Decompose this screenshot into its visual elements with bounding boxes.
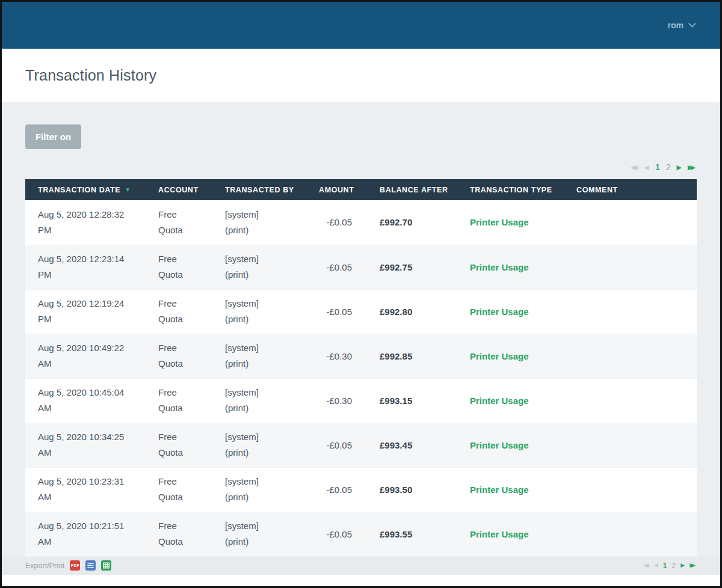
cell-transacted-by: [system] (print) xyxy=(225,245,319,289)
cell-amount: -£0.05 xyxy=(319,423,380,467)
cell-amount: -£0.05 xyxy=(319,512,380,556)
cell-balance-after: £992.80 xyxy=(380,289,470,334)
cell-account: Free Quota xyxy=(158,467,225,512)
cell-account: Free Quota xyxy=(158,512,225,556)
user-menu[interactable]: rom xyxy=(668,20,695,30)
cell-transaction-type: Printer Usage xyxy=(470,423,576,467)
cell-account: Free Quota xyxy=(158,200,225,245)
cell-transaction-type: Printer Usage xyxy=(470,467,576,512)
table-row: Aug 5, 2020 10:45:04 AM Free Quota [syst… xyxy=(25,378,697,423)
cell-transaction-type: Printer Usage xyxy=(470,245,576,289)
cell-balance-after: £992.70 xyxy=(380,200,470,245)
prev-page-icon[interactable]: ◀ xyxy=(654,563,658,568)
export-pdf-icon[interactable]: PDF xyxy=(70,560,80,571)
cell-transaction-date: Aug 5, 2020 10:49:22 AM xyxy=(25,334,158,378)
csv-lines-glyph xyxy=(85,560,96,571)
cell-transacted-by: [system] (print) xyxy=(225,423,319,467)
cell-comment xyxy=(576,512,697,556)
cell-comment xyxy=(576,378,697,423)
cell-transaction-date: Aug 5, 2020 10:23:31 AM xyxy=(25,467,158,512)
cell-transaction-type: Printer Usage xyxy=(470,200,576,245)
cell-amount: -£0.05 xyxy=(319,200,380,245)
cell-transaction-type: Printer Usage xyxy=(470,334,576,378)
page-number-2[interactable]: 2 xyxy=(666,162,671,172)
page-title: Transaction History xyxy=(25,67,156,84)
cell-account: Free Quota xyxy=(158,245,225,289)
column-header-balance-after[interactable]: BALANCE AFTER xyxy=(380,179,470,200)
content-area: Filter on ◀◀ ◀ 1 2 ▶ ▶▶ TRANSACTION DATE… xyxy=(2,102,720,575)
cell-amount: -£0.05 xyxy=(319,289,380,334)
cell-comment xyxy=(576,334,697,378)
cell-transaction-date: Aug 5, 2020 12:19:24 PM xyxy=(25,289,158,334)
transaction-type-link[interactable]: Printer Usage xyxy=(470,485,529,495)
table-row: Aug 5, 2020 12:28:32 PM Free Quota [syst… xyxy=(25,200,697,245)
last-page-icon[interactable]: ▶▶ xyxy=(690,563,696,568)
pagination-top: ◀◀ ◀ 1 2 ▶ ▶▶ xyxy=(631,162,696,172)
cell-transaction-date: Aug 5, 2020 12:23:14 PM xyxy=(25,245,158,289)
table-grid-glyph xyxy=(101,560,111,571)
column-header-transacted-by[interactable]: TRANSACTED BY xyxy=(225,179,319,200)
page-number-1[interactable]: 1 xyxy=(655,162,660,172)
cell-transaction-type: Printer Usage xyxy=(470,289,576,334)
page-number-2[interactable]: 2 xyxy=(672,562,676,570)
cell-amount: -£0.05 xyxy=(319,245,380,289)
cell-transaction-date: Aug 5, 2020 12:28:32 PM xyxy=(25,200,158,245)
column-header-transaction-type[interactable]: TRANSACTION TYPE xyxy=(470,179,576,200)
last-page-icon[interactable]: ▶▶ xyxy=(688,164,696,171)
cell-transaction-date: Aug 5, 2020 10:34:25 AM xyxy=(25,423,158,467)
transaction-type-link[interactable]: Printer Usage xyxy=(470,307,529,317)
next-page-icon[interactable]: ▶ xyxy=(677,164,682,171)
page-number-1[interactable]: 1 xyxy=(663,562,667,570)
footer-strip: Export/Print PDF xyxy=(2,557,720,575)
cell-account: Free Quota xyxy=(158,378,225,423)
cell-comment xyxy=(576,467,697,512)
cell-account: Free Quota xyxy=(158,334,225,378)
cell-comment xyxy=(576,200,697,245)
table-row: Aug 5, 2020 10:21:51 AM Free Quota [syst… xyxy=(25,512,697,556)
sort-desc-icon: ▼ xyxy=(125,186,131,193)
export-csv-icon[interactable] xyxy=(85,560,96,571)
table-header-row: TRANSACTION DATE▼ ACCOUNT TRANSACTED BY … xyxy=(25,179,697,200)
column-header-amount[interactable]: AMOUNT xyxy=(319,179,380,200)
transaction-type-link[interactable]: Printer Usage xyxy=(470,217,529,227)
app-window: rom Transaction History Filter on ◀◀ ◀ 1… xyxy=(0,0,722,588)
transaction-type-link[interactable]: Printer Usage xyxy=(470,529,529,539)
transaction-type-link[interactable]: Printer Usage xyxy=(470,351,529,361)
cell-account: Free Quota xyxy=(158,423,225,467)
cell-transacted-by: [system] (print) xyxy=(225,334,319,378)
cell-balance-after: £993.55 xyxy=(380,512,470,556)
filter-button[interactable]: Filter on xyxy=(25,124,81,149)
cell-transacted-by: [system] (print) xyxy=(225,289,319,334)
column-header-transaction-date[interactable]: TRANSACTION DATE▼ xyxy=(25,179,158,200)
column-header-label: TRANSACTION DATE xyxy=(38,186,120,194)
transaction-table: TRANSACTION DATE▼ ACCOUNT TRANSACTED BY … xyxy=(25,179,697,557)
transaction-type-link[interactable]: Printer Usage xyxy=(470,440,529,450)
cell-amount: -£0.05 xyxy=(319,467,380,512)
cell-account: Free Quota xyxy=(158,289,225,334)
cell-amount: -£0.30 xyxy=(319,334,380,378)
table-row: Aug 5, 2020 12:23:14 PM Free Quota [syst… xyxy=(25,245,697,289)
column-header-account[interactable]: ACCOUNT xyxy=(158,179,225,200)
first-page-icon[interactable]: ◀◀ xyxy=(643,563,649,568)
pagination-top-row: ◀◀ ◀ 1 2 ▶ ▶▶ xyxy=(2,162,696,172)
first-page-icon[interactable]: ◀◀ xyxy=(631,164,638,171)
table-row: Aug 5, 2020 10:34:25 AM Free Quota [syst… xyxy=(25,423,697,467)
chevron-down-icon xyxy=(688,20,696,28)
cell-transaction-type: Printer Usage xyxy=(470,378,576,423)
export-print-label: Export/Print xyxy=(25,562,64,570)
cell-comment xyxy=(576,245,697,289)
transaction-type-link[interactable]: Printer Usage xyxy=(470,262,529,272)
cell-balance-after: £992.75 xyxy=(380,245,470,289)
cell-transacted-by: [system] (print) xyxy=(225,467,319,512)
prev-page-icon[interactable]: ◀ xyxy=(644,164,649,171)
next-page-icon[interactable]: ▶ xyxy=(680,563,685,568)
export-excel-icon[interactable] xyxy=(101,560,111,571)
cell-transaction-date: Aug 5, 2020 10:21:51 AM xyxy=(25,512,158,556)
cell-balance-after: £992.85 xyxy=(380,334,470,378)
table-row: Aug 5, 2020 12:19:24 PM Free Quota [syst… xyxy=(25,289,697,334)
user-name: rom xyxy=(668,20,683,30)
cell-comment xyxy=(576,289,697,334)
cell-amount: -£0.30 xyxy=(319,378,380,423)
column-header-comment[interactable]: COMMENT xyxy=(576,179,697,200)
transaction-type-link[interactable]: Printer Usage xyxy=(470,396,529,406)
